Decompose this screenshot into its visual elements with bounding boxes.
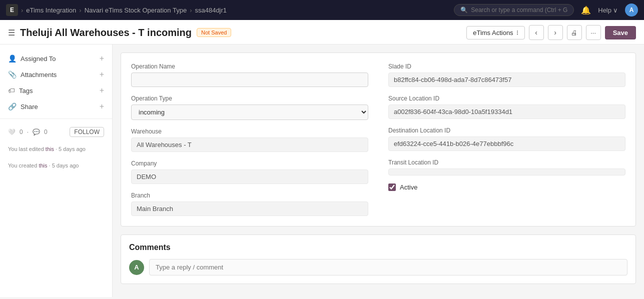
branch-label: Branch — [131, 192, 368, 199]
operation-name-group: Operation Name — [131, 63, 368, 87]
sidebar-item-share[interactable]: 🔗 Share + — [0, 98, 112, 114]
breadcrumb-etims[interactable]: eTims Integration — [26, 6, 76, 14]
sidebar-assigned-to-label: Assigned To — [21, 55, 56, 62]
company-label: Company — [131, 160, 368, 167]
attachments-add-icon[interactable]: + — [100, 70, 104, 79]
sidebar-item-assigned-to[interactable]: 👤 Assigned To + — [0, 50, 112, 66]
active-group: Active — [388, 184, 625, 191]
print-button[interactable]: 🖨 — [567, 25, 582, 40]
created-note: You created this · 5 days ago — [0, 158, 112, 174]
transit-location-value — [388, 168, 625, 176]
form-grid: Operation Name Operation Type incoming o… — [131, 63, 625, 216]
topbar: E › eTims Integration › Navari eTims Sto… — [0, 0, 644, 20]
sidebar-item-tags[interactable]: 🏷 Tags + — [0, 82, 112, 98]
warehouse-value: All Warehouses - T — [131, 138, 368, 152]
topbar-right: 🔍 🔔 Help ∨ A — [454, 4, 638, 16]
left-column: Operation Name Operation Type incoming o… — [131, 63, 368, 216]
operation-type-select[interactable]: incoming outgoing internal — [131, 104, 368, 120]
created-link[interactable]: this — [39, 162, 47, 168]
sidebar-attachments-label: Attachments — [21, 71, 57, 78]
comment-input[interactable] — [149, 259, 627, 276]
warehouse-group: Warehouse All Warehouses - T — [131, 128, 368, 152]
slade-id-value: b82ffc84-cb06-498d-ada7-8d7c86473f57 — [388, 72, 625, 87]
etims-actions-button[interactable]: eTims Actions ⁝ — [466, 26, 524, 40]
main-layout: 👤 Assigned To + 📎 Attachments + 🏷 Tags +… — [0, 44, 644, 297]
breadcrumb-sep-3: › — [190, 6, 192, 14]
etims-actions-label: eTims Actions — [473, 29, 513, 36]
branch-group: Branch Main Branch — [131, 192, 368, 216]
etims-actions-dots-icon: ⁝ — [516, 29, 518, 36]
hamburger-menu-icon[interactable]: ☰ — [8, 28, 15, 38]
warehouse-label: Warehouse — [131, 128, 368, 135]
comment-bubble-icon: 💬 — [33, 128, 40, 136]
topbar-left: E › eTims Integration › Navari eTims Sto… — [6, 4, 227, 16]
branch-value: Main Branch — [131, 202, 368, 216]
sidebar-share-label: Share — [21, 103, 38, 110]
follow-button[interactable]: FOLLOW — [70, 127, 104, 137]
source-location-label: Source Location ID — [388, 95, 625, 102]
operation-type-group: Operation Type incoming outgoing interna… — [131, 95, 368, 120]
heart-icon: 🤍 — [8, 128, 16, 136]
breadcrumb-operation-type[interactable]: Navari eTims Stock Operation Type — [85, 6, 187, 14]
comments-count: 0 — [44, 128, 48, 136]
sidebar: 👤 Assigned To + 📎 Attachments + 🏷 Tags +… — [0, 44, 113, 297]
source-location-group: Source Location ID a002f836-604f-43ca-98… — [388, 95, 625, 119]
destination-location-group: Destination Location ID efd63224-cce5-44… — [388, 127, 625, 151]
next-record-button[interactable]: › — [548, 25, 563, 40]
operation-name-input[interactable] — [131, 72, 368, 87]
sidebar-tags-label: Tags — [19, 87, 33, 94]
active-label: Active — [400, 184, 417, 191]
more-options-button[interactable]: ··· — [586, 25, 601, 40]
attachments-icon: 📎 — [8, 70, 17, 78]
breadcrumb-sep-2: › — [79, 6, 81, 14]
sidebar-divider — [0, 118, 112, 119]
search-icon: 🔍 — [460, 6, 468, 14]
transit-location-label: Transit Location ID — [388, 159, 625, 166]
active-checkbox[interactable] — [388, 184, 396, 191]
search-input[interactable] — [471, 6, 567, 14]
destination-location-value: efd63224-cce5-441b-b026-4e77ebbbf96c — [388, 136, 625, 151]
breadcrumb-record-id[interactable]: ssa484djr1 — [195, 6, 227, 14]
operation-name-label: Operation Name — [131, 63, 368, 70]
save-button[interactable]: Save — [605, 26, 636, 40]
content-area: Operation Name Operation Type incoming o… — [113, 44, 644, 297]
assigned-to-add-icon[interactable]: + — [100, 54, 104, 63]
avatar[interactable]: A — [625, 4, 638, 16]
share-icon: 🔗 — [8, 102, 17, 110]
breadcrumb-sep-1: › — [21, 6, 23, 14]
company-group: Company DEMO — [131, 160, 368, 184]
company-value: DEMO — [131, 170, 368, 184]
sidebar-item-attachments[interactable]: 📎 Attachments + — [0, 66, 112, 82]
page-header: ☰ Theluji All Warehouses - T incoming No… — [0, 20, 644, 44]
tags-add-icon[interactable]: + — [100, 86, 104, 95]
last-edited-link[interactable]: this — [46, 146, 54, 152]
search-bar[interactable]: 🔍 — [454, 4, 574, 16]
transit-location-group: Transit Location ID — [388, 159, 625, 176]
page-header-left: ☰ Theluji All Warehouses - T incoming No… — [8, 27, 231, 38]
notification-bell-icon[interactable]: 🔔 — [581, 6, 591, 15]
dot-separator: · — [27, 128, 29, 136]
help-label: Help — [598, 6, 611, 14]
prev-record-button[interactable]: ‹ — [529, 25, 544, 40]
operation-type-label: Operation Type — [131, 95, 368, 102]
right-column: Slade ID b82ffc84-cb06-498d-ada7-8d7c864… — [388, 63, 625, 216]
app-logo: E — [6, 4, 18, 16]
slade-id-label: Slade ID — [388, 63, 625, 70]
page-header-right: eTims Actions ⁝ ‹ › 🖨 ··· Save — [466, 25, 636, 40]
comment-avatar: A — [129, 260, 144, 275]
form-card: Operation Name Operation Type incoming o… — [121, 52, 636, 226]
comment-input-row: A — [129, 259, 627, 276]
comments-title: Comments — [129, 243, 627, 252]
help-button[interactable]: Help ∨ — [598, 6, 618, 14]
destination-location-label: Destination Location ID — [388, 127, 625, 134]
likes-row: 🤍 0 · 💬 0 FOLLOW — [0, 123, 112, 141]
likes-count: 0 — [20, 128, 23, 136]
share-add-icon[interactable]: + — [100, 102, 104, 111]
assigned-to-icon: 👤 — [8, 54, 17, 62]
comments-section: Comments A — [121, 234, 636, 284]
slade-id-group: Slade ID b82ffc84-cb06-498d-ada7-8d7c864… — [388, 63, 625, 87]
source-location-value: a002f836-604f-43ca-98d0-10a5f19334d1 — [388, 104, 625, 119]
not-saved-badge: Not Saved — [197, 28, 231, 37]
help-chevron-icon: ∨ — [613, 6, 618, 14]
page-title: Theluji All Warehouses - T incoming — [20, 27, 192, 38]
